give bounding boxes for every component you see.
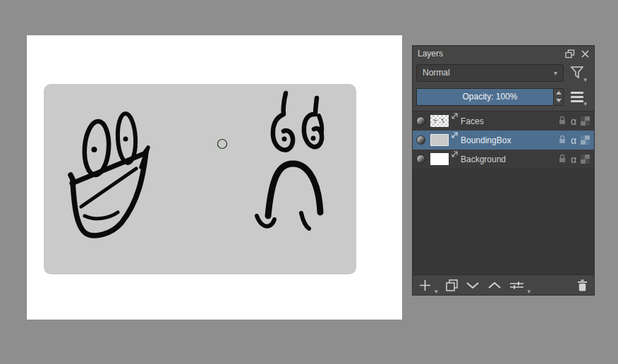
- sliders-icon: [509, 281, 524, 290]
- visibility-eye-icon[interactable]: [416, 116, 425, 126]
- visibility-eye-icon[interactable]: [416, 135, 425, 145]
- move-layer-up-button[interactable]: [487, 281, 502, 289]
- duplicate-icon: [446, 279, 458, 291]
- chevron-down-icon: [466, 281, 480, 289]
- add-layer-button[interactable]: [419, 279, 431, 291]
- chevron-down-icon[interactable]: ▾: [528, 288, 531, 295]
- corner-arrow-icon: [450, 113, 458, 123]
- move-layer-down-button[interactable]: [466, 281, 480, 289]
- layer-properties-button[interactable]: [509, 281, 524, 290]
- panel-titlebar[interactable]: Layers: [413, 46, 594, 61]
- chevron-down-icon[interactable]: ▾: [435, 288, 438, 295]
- triangle-up-icon: [556, 91, 562, 95]
- inherit-alpha-icon[interactable]: [581, 154, 590, 164]
- triangle-down-icon: [556, 99, 562, 102]
- visibility-eye-icon[interactable]: [416, 154, 425, 164]
- layer-toolbar: ▾ ▾: [413, 274, 594, 295]
- layer-thumbnail[interactable]: [430, 115, 449, 127]
- opacity-value: Opacity: 100%: [462, 92, 517, 102]
- sketch-drawing: [27, 35, 402, 320]
- close-panel-icon[interactable]: [581, 50, 589, 58]
- application-window: { "colors": { "window_background": "#8e8…: [0, 0, 618, 364]
- alpha-lock-icon[interactable]: α: [571, 116, 576, 126]
- layer-name: Faces: [461, 116, 484, 126]
- delete-layer-button[interactable]: [577, 279, 588, 291]
- alpha-lock-icon[interactable]: α: [571, 154, 576, 164]
- trash-icon: [577, 279, 588, 291]
- float-panel-icon[interactable]: [565, 49, 575, 59]
- inherit-alpha-icon[interactable]: [581, 116, 590, 126]
- panel-title: Layers: [418, 49, 443, 59]
- document-canvas[interactable]: [27, 35, 402, 320]
- chevron-down-icon: ▾: [554, 69, 557, 77]
- chevron-up-icon: [487, 281, 502, 289]
- lock-icon[interactable]: [558, 154, 566, 165]
- filter-funnel-icon: [570, 66, 584, 80]
- opacity-spin-up[interactable]: [554, 89, 563, 97]
- layer-row-background[interactable]: Background α: [413, 150, 594, 169]
- blend-mode-value: Normal: [423, 68, 450, 78]
- duplicate-layer-button[interactable]: [446, 279, 458, 291]
- sad-face-sketch: [257, 93, 322, 229]
- alpha-lock-icon[interactable]: α: [571, 135, 576, 145]
- corner-arrow-icon: [450, 151, 458, 161]
- chevron-down-icon: ▾: [583, 100, 587, 107]
- lock-icon[interactable]: [558, 135, 566, 146]
- laughing-face-sketch: [71, 113, 148, 235]
- layer-name: BoundingBox: [461, 135, 511, 145]
- blend-mode-dropdown[interactable]: Normal ▾: [416, 64, 564, 82]
- opacity-slider[interactable]: Opacity: 100%: [416, 88, 564, 106]
- layer-thumbnail[interactable]: [430, 153, 449, 165]
- layer-filter-button[interactable]: ▾: [564, 63, 590, 83]
- corner-arrow-icon: [450, 132, 458, 142]
- layer-row-faces[interactable]: Faces α: [413, 111, 594, 131]
- lock-icon[interactable]: [558, 116, 566, 127]
- layers-docker-panel: Layers Normal ▾: [412, 45, 595, 296]
- layer-options-button[interactable]: ▾: [564, 87, 590, 107]
- layer-list: Faces α BoundingBox: [413, 111, 594, 274]
- inherit-alpha-icon[interactable]: [581, 135, 590, 145]
- brush-cursor-icon: [218, 140, 227, 149]
- layer-controls: Normal ▾ ▾ Opacity: 100% ▾: [413, 61, 594, 111]
- layer-thumbnail[interactable]: [430, 134, 449, 146]
- chevron-down-icon: ▾: [583, 76, 587, 83]
- plus-icon: [419, 279, 431, 291]
- layer-row-boundingbox[interactable]: BoundingBox α: [413, 131, 594, 150]
- opacity-spin-down[interactable]: [554, 97, 563, 105]
- hamburger-menu-icon: [571, 92, 583, 102]
- layer-name: Background: [461, 154, 506, 164]
- opacity-spinner: [553, 89, 563, 105]
